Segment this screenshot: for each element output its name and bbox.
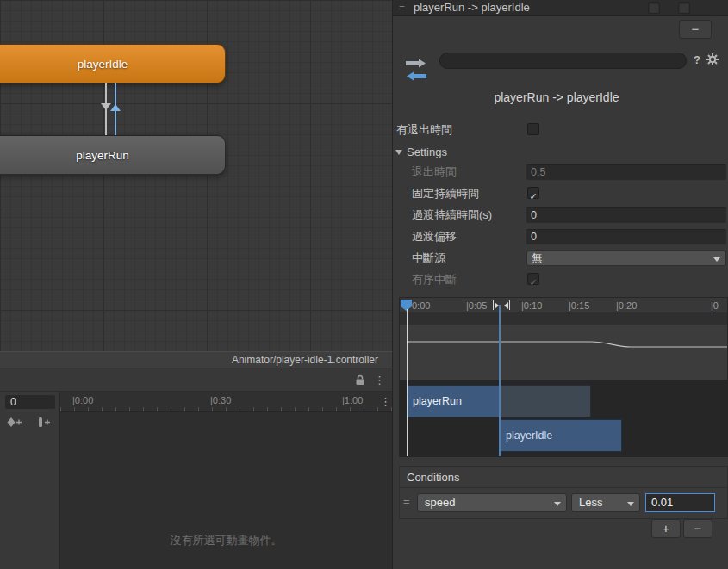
add-condition-button[interactable]: + [651,519,681,538]
transition-duration-field[interactable]: 0 [526,207,726,223]
check-icon: ✓ [529,191,537,201]
ruler-tick: |0:10 [521,300,542,311]
exit-time-label: 退出時間 [412,164,457,180]
ordered-interruption-label: 有序中斷 [412,272,457,288]
transition-offset-field[interactable]: 0 [526,229,726,244]
foldout-triangle-icon [395,150,402,155]
ordered-interruption-checkbox: ✓ [527,273,539,285]
drag-handle-icon[interactable]: = [403,495,410,508]
animation-timeline-ruler[interactable]: |0:00 |0:30 |1:00 ⋮ [60,392,393,412]
kebab-menu-icon[interactable]: ⋮ [374,374,385,387]
transition-handle-arrow [504,302,508,309]
plus-icon: + [663,521,670,535]
interruption-source-value: 無 [532,252,543,264]
has-exit-time-checkbox[interactable] [527,123,539,135]
minus-icon: − [692,22,700,36]
ruler-tick: |0:05 [466,300,487,311]
minus-icon: − [694,521,702,535]
transition-list-row[interactable]: = playerRun -> playerIdle [393,0,728,16]
transition-name-field[interactable] [439,53,687,69]
chevron-down-icon [554,502,561,506]
no-animatable-object-message: 沒有所選可動畫物件。 [60,533,392,548]
chevron-down-icon [627,502,634,506]
animation-left-column: 0 [0,392,60,569]
fixed-duration-label: 固定持續時間 [412,186,479,201]
condition-threshold-value: 0.01 [651,496,673,509]
conditions-header: Conditions [400,467,727,488]
blend-curve-area [400,312,727,380]
condition-operator-dropdown[interactable]: Less [571,493,640,512]
remove-transition-button[interactable]: − [679,20,712,39]
clip-bar-playerrun[interactable]: playerRun [407,385,500,417]
animator-graph-panel: playerIdle playerRun [0,0,393,351]
animation-dopesheet-area: 沒有所選可動畫物件。 [60,412,393,569]
add-keyframe-icon[interactable] [7,417,22,428]
help-icon[interactable]: ? [694,53,700,66]
transition-icon [403,57,429,83]
transition-start-line[interactable] [499,305,501,456]
ruler-tick: |0 [711,300,719,311]
transition-duration-label: 過渡持續時間(s) [412,207,492,223]
animation-toolbar: ⋮ [0,368,393,392]
drag-handle-icon: = [399,0,405,15]
ruler-minor-ticks [60,407,392,411]
remove-condition-button[interactable]: − [683,519,712,538]
kebab-menu-icon[interactable]: ⋮ [380,396,391,408]
clip-bar-label: playerIdle [506,430,552,442]
preview-clip-rows: playerRun playerIdle [400,380,727,456]
solo-checkbox[interactable] [648,2,660,14]
interruption-source-label: 中斷源 [412,250,445,266]
add-event-icon[interactable] [38,417,52,428]
clip-bar-label: playerRun [413,395,462,407]
transition-handle[interactable] [493,300,494,310]
transition-offset-value: 0 [531,231,537,243]
condition-parameter-dropdown[interactable]: speed [417,493,567,512]
chevron-down-icon [713,257,720,262]
condition-operator-value: Less [579,496,602,509]
graph-status-bar: Animator/player-idle-1.controller [0,351,393,368]
playhead-line[interactable] [407,309,408,456]
settings-foldout[interactable]: Settings [407,145,447,160]
transition-handle[interactable] [509,300,510,310]
controller-path: Animator/player-idle-1.controller [232,354,378,366]
transition-row-title: playerRun -> playerIdle [414,0,530,15]
check-icon: ✓ [529,277,537,288]
transition-arrows[interactable] [100,0,126,224]
exit-time-field: 0.5 [526,164,726,180]
blend-curve [400,312,727,380]
condition-parameter-value: speed [425,496,455,509]
transition-preview-timeline: 0:00 |0:05 |0:10 |0:15 |0:20 |0 playerRu… [399,297,728,457]
frame-field[interactable]: 0 [5,395,55,409]
condition-threshold-field[interactable]: 0.01 [645,493,715,512]
clip-bar-playerrun-extension[interactable] [500,385,591,417]
exit-time-value: 0.5 [531,166,545,178]
ruler-tick: 0:00 [412,300,430,311]
frame-value: 0 [10,396,16,408]
ruler-tick: |0:20 [616,300,637,311]
ruler-tick: |0:15 [569,300,589,311]
ruler-tick: |0:00 [72,395,93,405]
has-exit-time-label: 有退出時間 [396,122,452,138]
unity-editor-window: playerIdle playerRun Animator/player-idl… [0,0,728,569]
mute-checkbox[interactable] [678,2,690,14]
preview-ruler[interactable]: 0:00 |0:05 |0:10 |0:15 |0:20 |0 [400,298,727,312]
fixed-duration-checkbox[interactable]: ✓ [527,187,539,199]
ruler-tick: |1:00 [342,395,363,405]
clip-bar-playeridle[interactable]: playerIdle [500,419,622,452]
ruler-tick: |0:30 [210,395,231,405]
inspector-panel: = playerRun -> playerIdle − ? [393,0,728,569]
transition-offset-label: 過渡偏移 [412,229,457,244]
arrow-up-icon [110,104,121,111]
transition-duration-value: 0 [531,209,537,221]
gear-icon[interactable] [706,53,719,65]
interruption-source-dropdown[interactable]: 無 [526,250,726,266]
lock-icon[interactable] [355,374,365,386]
transition-title: playerRun -> playerIdle [419,90,694,104]
conditions-section: Conditions = speed Less 0.01 [399,466,728,519]
